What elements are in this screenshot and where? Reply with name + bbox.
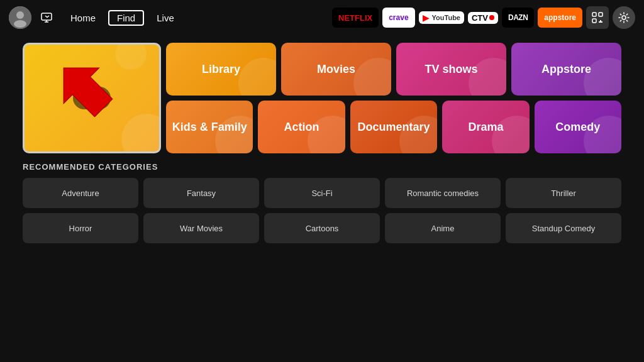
movies-label: Movies <box>317 63 355 76</box>
svg-rect-10 <box>90 92 94 99</box>
horror-rec-tile[interactable]: Horror <box>23 213 138 243</box>
main-tiles-section: Library Movies TV shows Appstore <box>0 35 644 153</box>
crave-label: crave <box>389 13 408 22</box>
live-nav-item[interactable]: Live <box>148 10 183 26</box>
thriller-rec-tile[interactable]: Thriller <box>506 178 621 208</box>
tile-row-1: Library Movies TV shows Appstore <box>166 43 621 96</box>
tiles-first-row: Library Movies TV shows Appstore <box>23 43 621 153</box>
dazn-app-button[interactable]: DAZN <box>502 8 534 28</box>
netflix-app-button[interactable]: NETFLIX <box>332 8 379 28</box>
add-icon[interactable] <box>35 6 58 29</box>
documentary-tile[interactable]: Documentary <box>350 101 437 153</box>
dazn-label: DAZN <box>508 13 528 22</box>
ctv-label: CTV <box>472 13 488 23</box>
search-tile[interactable] <box>23 43 161 153</box>
library-label: Library <box>202 63 240 76</box>
movies-tile[interactable]: Movies <box>281 43 391 96</box>
decorative-blob2 <box>115 43 147 70</box>
settings-gear-button[interactable] <box>613 6 635 29</box>
ctv-app-button[interactable]: CTV <box>468 12 498 24</box>
svg-rect-5 <box>599 13 602 16</box>
appstore-label: appstore <box>544 13 576 22</box>
adventure-rec-tile[interactable]: Adventure <box>23 178 138 208</box>
romantic-rec-tile[interactable]: Romantic comedies <box>385 178 501 208</box>
recommended-section: RECOMMENDED CATEGORIES Adventure Fantasy… <box>0 153 644 243</box>
svg-point-2 <box>14 20 26 28</box>
mic-container <box>73 87 111 109</box>
ctv-dot <box>489 15 494 20</box>
blob <box>238 58 276 96</box>
warmovies-rec-tile[interactable]: War Movies <box>143 213 259 243</box>
svg-rect-6 <box>592 19 596 23</box>
top-nav: Home Find Live NETFLIX crave ▶ YouTube C… <box>0 0 644 35</box>
action-tile[interactable]: Action <box>258 101 345 153</box>
tvshows-tile[interactable]: TV shows <box>396 43 506 96</box>
tile-row-2: Kids & Family Action Documentary Drama <box>166 101 621 153</box>
recommended-grid: Adventure Fantasy Sci-Fi Romantic comedi… <box>23 178 621 243</box>
svg-rect-8 <box>599 21 602 23</box>
appstore-app-button[interactable]: appstore <box>538 8 582 28</box>
appstore-tile-label: Appstore <box>541 63 591 76</box>
drama-tile[interactable]: Drama <box>442 101 529 153</box>
svg-rect-4 <box>592 13 596 16</box>
cartoons-rec-tile[interactable]: Cartoons <box>264 213 380 243</box>
comedy-tile[interactable]: Comedy <box>535 101 621 153</box>
youtube-app-button[interactable]: ▶ YouTube <box>419 11 464 24</box>
netflix-label: NETFLIX <box>338 13 372 23</box>
home-nav-item[interactable]: Home <box>62 10 104 26</box>
scifi-rec-tile[interactable]: Sci-Fi <box>264 178 380 208</box>
recommended-title: RECOMMENDED CATEGORIES <box>23 162 621 172</box>
grid-icon-button[interactable] <box>586 6 609 29</box>
anime-rec-tile[interactable]: Anime <box>385 213 501 243</box>
standup-rec-tile[interactable]: Standup Comedy <box>506 213 621 243</box>
kids-family-tile[interactable]: Kids & Family <box>166 101 253 153</box>
fantasy-rec-tile[interactable]: Fantasy <box>143 178 259 208</box>
library-tile[interactable]: Library <box>166 43 276 96</box>
svg-point-1 <box>16 11 24 19</box>
appstore-tile[interactable]: Appstore <box>511 43 621 96</box>
blob <box>353 58 391 96</box>
svg-point-9 <box>622 16 626 19</box>
user-avatar[interactable] <box>9 6 31 29</box>
find-nav-item[interactable]: Find <box>108 10 144 26</box>
crave-app-button[interactable]: crave <box>382 8 414 28</box>
youtube-icon: ▶ <box>423 13 430 23</box>
decorative-blob <box>121 114 161 153</box>
tiles-right-grid: Library Movies TV shows Appstore <box>166 43 621 153</box>
youtube-label: YouTube <box>432 14 460 21</box>
